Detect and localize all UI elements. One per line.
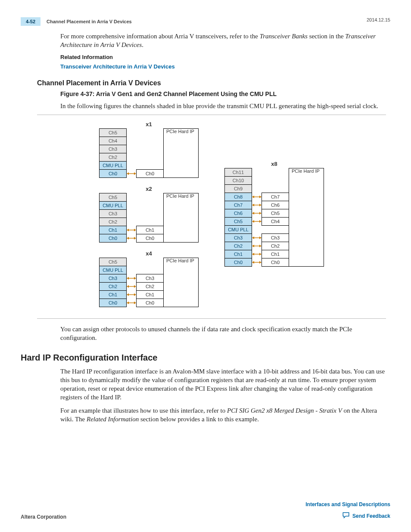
- horizontal-rule: [37, 318, 386, 319]
- svg-marker-8: [134, 237, 136, 240]
- svg-marker-29: [259, 212, 262, 215]
- arrow-cell: [127, 145, 137, 153]
- channel-cell: Ch7: [225, 201, 252, 209]
- arrow-cell: [252, 250, 262, 258]
- arrow-cell: [127, 274, 137, 283]
- channel-cell: Ch11: [225, 168, 252, 177]
- channel-cell: Ch3: [100, 274, 127, 283]
- mapped-channel-cell: Ch0: [137, 299, 164, 307]
- svg-marker-34: [252, 236, 254, 239]
- arrow-cell: [252, 177, 262, 185]
- send-feedback-label: Send Feedback: [352, 513, 390, 519]
- speech-bubble-icon: [342, 512, 350, 520]
- channel-cell: Ch0: [225, 258, 252, 267]
- page-number-badge: 4-52: [21, 17, 40, 26]
- mapped-channel-cell: [137, 258, 164, 266]
- diagram-block-title: x1: [99, 121, 199, 128]
- svg-marker-32: [259, 220, 262, 223]
- pcie-hard-ip-cell: PCIe Hard IP: [164, 258, 199, 307]
- channel-cell: Ch8: [225, 193, 252, 201]
- channel-cell: CMU PLL: [225, 226, 252, 234]
- bidirectional-arrow-icon: [127, 236, 136, 241]
- channel-cell: Ch5: [225, 218, 252, 226]
- send-feedback-button[interactable]: Send Feedback: [342, 512, 390, 520]
- arrow-cell: [252, 226, 262, 234]
- footer-doc-link[interactable]: Interfaces and Signal Descriptions: [305, 501, 390, 507]
- bidirectional-arrow-icon: [252, 235, 262, 240]
- channel-cell: CMU PLL: [100, 162, 127, 170]
- mapped-channel-cell: [137, 145, 164, 153]
- header-date: 2014.12.15: [367, 17, 390, 22]
- mapped-channel-cell: [137, 129, 164, 137]
- diagram-table: Ch11PCIe Hard IPCh10Ch9Ch8Ch7Ch7Ch6Ch6Ch…: [224, 168, 324, 267]
- mapped-channel-cell: Ch1: [137, 226, 164, 234]
- footer-corporation: Altera Corporation: [21, 514, 66, 520]
- arrow-cell: [127, 258, 137, 266]
- channel-cell: CMU PLL: [100, 266, 127, 274]
- svg-marker-11: [134, 277, 136, 280]
- channel-cell: Ch9: [225, 185, 252, 193]
- svg-marker-23: [259, 196, 262, 198]
- text: For an example that illustrates how to u…: [60, 407, 227, 414]
- channel-cell: Ch0: [100, 234, 127, 243]
- bidirectional-arrow-icon: [127, 227, 136, 233]
- mapped-channel-cell: Ch1: [137, 291, 164, 299]
- hard-ip-paragraph-1: The Hard IP reconfiguration interface is…: [60, 367, 386, 402]
- mapped-channel-cell: Ch2: [262, 242, 289, 250]
- text: .: [142, 41, 143, 48]
- section-heading-channel-placement: Channel Placement in Arria V Devices: [37, 79, 386, 87]
- channel-cell: Ch1: [225, 250, 252, 258]
- mapped-channel-cell: Ch0: [137, 234, 164, 243]
- bidirectional-arrow-icon: [252, 202, 262, 208]
- text: section in the: [308, 33, 345, 40]
- text-italic: Related Information: [87, 416, 139, 423]
- arrow-cell: [252, 201, 262, 209]
- svg-marker-10: [127, 277, 129, 280]
- svg-marker-16: [127, 293, 129, 296]
- mapped-channel-cell: Ch0: [262, 258, 289, 267]
- channel-cell: Ch3: [100, 145, 127, 153]
- horizontal-rule: [37, 115, 386, 115]
- arrow-cell: [252, 258, 262, 267]
- svg-marker-41: [259, 253, 262, 255]
- arrow-cell: [252, 185, 262, 193]
- arrow-cell: [127, 234, 137, 243]
- arrow-cell: [127, 283, 137, 291]
- svg-marker-22: [252, 196, 254, 198]
- channel-cell: Ch2: [100, 218, 127, 226]
- arrow-cell: [127, 137, 137, 145]
- mapped-channel-cell: [137, 210, 164, 218]
- mapped-channel-cell: [137, 266, 164, 274]
- intro-paragraph: For more comprehensive information about…: [60, 32, 386, 50]
- channel-cell: Ch2: [225, 242, 252, 250]
- arrow-cell: [127, 226, 137, 234]
- arrow-cell: [252, 242, 262, 250]
- arrow-cell: [127, 170, 137, 178]
- figure-lead-text: In the following figures the channels sh…: [60, 102, 386, 110]
- mapped-channel-cell: [137, 162, 164, 170]
- arrow-cell: [252, 168, 262, 177]
- section-heading-hard-ip: Hard IP Reconfiguration Interface: [21, 353, 386, 363]
- mapped-channel-cell: [137, 137, 164, 145]
- mapped-channel-cell: [137, 202, 164, 210]
- svg-marker-1: [127, 172, 129, 175]
- channel-cell: Ch0: [100, 170, 127, 178]
- mapped-channel-cell: [137, 218, 164, 226]
- diagram-block-title: x8: [224, 161, 324, 167]
- bidirectional-arrow-icon: [127, 284, 136, 289]
- diagram-table: Ch5PCIe Hard IPCh4Ch3Ch2CMU PLLCh0Ch0: [99, 128, 199, 178]
- related-info-link[interactable]: Transceiver Architecture in Arria V Devi…: [60, 63, 175, 70]
- diagram-table: Ch5PCIe Hard IPCMU PLLCh3Ch3Ch2Ch2Ch1Ch1…: [99, 258, 199, 307]
- channel-cell: Ch5: [100, 129, 127, 137]
- mapped-channel-cell: [262, 226, 289, 234]
- after-figure-text: You can assign other protocols to unused…: [60, 325, 386, 342]
- mapped-channel-cell: Ch4: [262, 218, 289, 226]
- svg-marker-43: [252, 261, 254, 264]
- pcie-hard-ip-cell: PCIe Hard IP: [164, 193, 199, 243]
- mapped-channel-cell: [137, 193, 164, 202]
- diagram-table: Ch5PCIe Hard IPCMU PLLCh3Ch2Ch1Ch1Ch0Ch0: [99, 193, 199, 243]
- mapped-channel-cell: Ch7: [262, 193, 289, 201]
- bidirectional-arrow-icon: [252, 260, 262, 265]
- bidirectional-arrow-icon: [127, 292, 136, 297]
- mapped-channel-cell: Ch5: [262, 209, 289, 218]
